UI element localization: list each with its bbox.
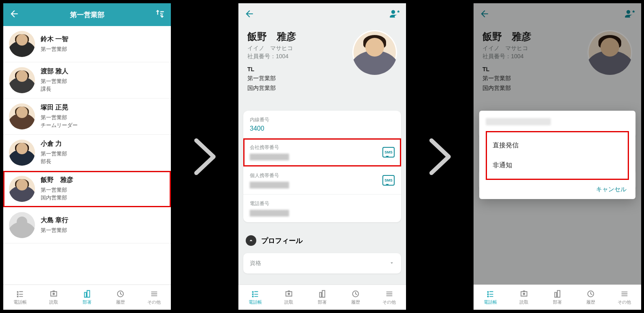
phone-field[interactable]: 会社携帯番号▇▇▇▇▇▇▇▇SMS [243, 138, 401, 166]
tab-label: 電話帳 [13, 300, 27, 305]
svg-point-0 [52, 293, 55, 295]
tab-scan[interactable]: 読取 [272, 285, 305, 310]
profile-title: プロフィール [261, 236, 303, 245]
chevron-down-icon [389, 260, 395, 267]
tab-label: 部署 [553, 300, 562, 305]
avatar [9, 176, 35, 202]
contact-row[interactable]: 鈴木 一智第一営業部 [3, 26, 171, 62]
field-label: 電話番号 [250, 200, 395, 207]
tab-history[interactable]: 履歴 [574, 285, 607, 310]
employee-number: 社員番号：1004 [247, 53, 346, 60]
contact-name: 塚田 正晃 [41, 103, 165, 112]
contact-meta: チームリーダー [41, 122, 165, 129]
contact-row[interactable]: 塚田 正晃第一営業部チームリーダー [3, 98, 171, 135]
field-value: ▇▇▇▇▇▇▇▇ [250, 181, 378, 188]
tabbar: 電話帳読取部署履歴その他 [3, 285, 171, 310]
modal-options-highlight: 直接発信 非通知 [486, 131, 629, 180]
tab-label: 履歴 [351, 300, 360, 305]
tab-scan[interactable]: 読取 [507, 285, 540, 310]
tab-label: 読取 [520, 300, 528, 305]
tab-department[interactable]: 部署 [541, 285, 574, 310]
tab-history[interactable]: 履歴 [104, 285, 137, 310]
contact-row[interactable]: 飯野 雅彦第一営業部国内営業部 [3, 171, 171, 207]
tab-other[interactable]: その他 [608, 285, 641, 310]
tab-history[interactable]: 履歴 [339, 285, 372, 310]
page-title: 第一営業部 [70, 10, 105, 20]
tab-other[interactable]: その他 [373, 285, 406, 310]
contact-summary: 飯野 雅彦 イイノ マサヒコ 社員番号：1004 TL 第一営業部 国内営業部 [238, 26, 406, 104]
avatar [9, 140, 35, 166]
tab-label: 読取 [49, 300, 58, 305]
tab-phonebook[interactable]: 電話帳 [238, 285, 272, 310]
sms-icon[interactable]: SMS [382, 175, 395, 186]
tab-label: 電話帳 [484, 300, 497, 305]
phone-field[interactable]: 内線番号3400 [243, 111, 401, 138]
back-icon[interactable] [9, 9, 20, 21]
tab-other[interactable]: その他 [138, 285, 171, 310]
header: 第一営業部 [3, 3, 171, 26]
profile-row[interactable]: 資格 [243, 253, 401, 274]
phone-field[interactable]: 電話番号▇▇▇▇▇▇▇▇ [243, 195, 401, 222]
sms-icon[interactable]: SMS [382, 147, 395, 158]
contact-meta: 部長 [41, 158, 165, 166]
contact-name: 小倉 力 [41, 140, 165, 148]
tab-scan[interactable]: 読取 [37, 285, 70, 310]
cancel-button[interactable]: キャンセル [486, 180, 629, 195]
contact-name: 渡部 雅人 [41, 67, 165, 76]
field-label: 個人携帯番号 [250, 172, 378, 179]
avatar [9, 31, 35, 57]
contact-name: 大島 章行 [41, 216, 165, 225]
step-arrow-icon [426, 138, 455, 184]
svg-rect-4 [288, 291, 290, 292]
contact-meta: 課長 [41, 85, 165, 93]
field-value: ▇▇▇▇▇▇▇▇ [250, 153, 378, 160]
dept-label: 第一営業部 [247, 75, 346, 82]
add-contact-icon[interactable] [389, 8, 400, 21]
screen-contact-list: 第一営業部 鈴木 一智第一営業部渡部 雅人第一営業部課長塚田 正晃第一営業部チー… [3, 3, 171, 310]
tab-label: 履歴 [116, 300, 125, 305]
contact-meta: 第一営業部 [41, 186, 165, 194]
tab-label: 電話帳 [249, 300, 262, 305]
step-arrow-icon [191, 138, 220, 184]
sort-icon[interactable] [155, 9, 165, 21]
profile-section-header[interactable]: プロフィール [243, 230, 401, 251]
tab-phonebook[interactable]: 電話帳 [3, 285, 37, 310]
tabbar: 電話帳読取部署履歴その他 [238, 285, 406, 310]
field-value: 3400 [250, 125, 395, 132]
tab-phonebook[interactable]: 電話帳 [474, 285, 507, 310]
screen-call-modal: 飯野 雅彦 イイノ マサヒコ 社員番号：1004 TL 第一営業部 国内営業部 … [474, 3, 641, 310]
contact-row[interactable]: 渡部 雅人第一営業部課長 [3, 62, 171, 98]
field-label: 会社携帯番号 [250, 144, 378, 151]
screen-contact-detail: 飯野 雅彦 イイノ マサヒコ 社員番号：1004 TL 第一営業部 国内営業部 … [238, 3, 406, 310]
avatar [9, 67, 35, 93]
phone-card: 内線番号3400会社携帯番号▇▇▇▇▇▇▇▇SMS個人携帯番号▇▇▇▇▇▇▇▇S… [243, 111, 401, 222]
option-direct-call[interactable]: 直接発信 [491, 136, 624, 155]
tab-label: 読取 [284, 300, 293, 305]
contact-name: 飯野 雅彦 [41, 176, 165, 184]
svg-rect-1 [52, 291, 55, 292]
svg-point-6 [523, 293, 525, 295]
phone-field[interactable]: 個人携帯番号▇▇▇▇▇▇▇▇SMS [243, 166, 401, 195]
tab-label: その他 [618, 300, 631, 305]
contact-meta: 第一営業部 [41, 114, 165, 122]
tab-label: その他 [147, 300, 161, 305]
option-anonymous[interactable]: 非通知 [491, 155, 624, 175]
role-label: TL [247, 66, 346, 72]
dept-label: 国内営業部 [247, 85, 346, 92]
avatar [9, 103, 35, 129]
contact-meta: 第一営業部 [41, 150, 165, 158]
svg-rect-7 [523, 291, 525, 292]
contact-row[interactable]: 小倉 力第一営業部部長 [3, 135, 171, 171]
contact-list: 鈴木 一智第一営業部渡部 雅人第一営業部課長塚田 正晃第一営業部チームリーダー小… [3, 26, 171, 243]
tab-department[interactable]: 部署 [70, 285, 104, 310]
contact-kana: イイノ マサヒコ [247, 45, 346, 52]
back-icon[interactable] [244, 9, 255, 21]
modal-phone-number [486, 118, 551, 125]
header [238, 3, 406, 26]
field-label: 内線番号 [250, 116, 395, 123]
tabbar: 電話帳読取部署履歴その他 [474, 285, 641, 310]
contact-row[interactable]: 大島 章行第一営業部 [3, 207, 171, 243]
tab-label: 履歴 [586, 300, 595, 305]
tab-department[interactable]: 部署 [306, 285, 339, 310]
field-value: ▇▇▇▇▇▇▇▇ [250, 209, 395, 217]
